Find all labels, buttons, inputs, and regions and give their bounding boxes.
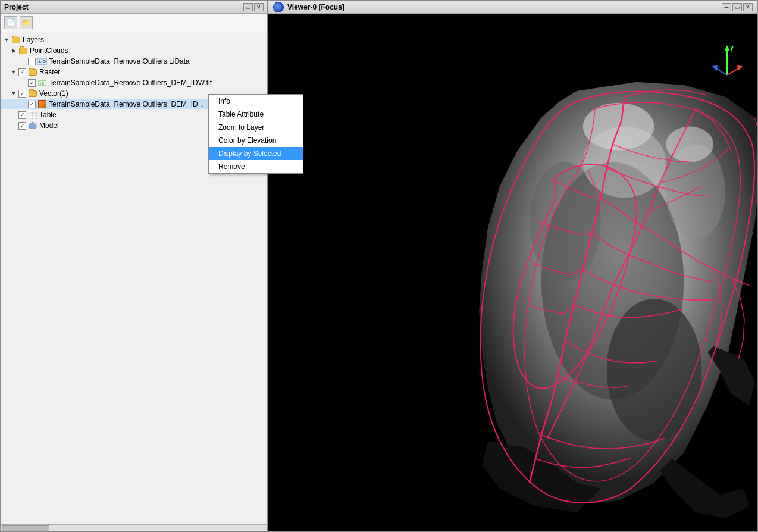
model-icon xyxy=(28,121,37,130)
viewer-window-buttons: ─ ▭ ✕ xyxy=(722,3,753,11)
viewer-content: y xyxy=(268,14,757,531)
vector-folder-icon xyxy=(28,89,37,98)
tree-item-tif[interactable]: ▶ TIF TerrainSampleData_Remove Outliers_… xyxy=(1,77,267,88)
menu-item-info[interactable]: Info xyxy=(209,95,303,108)
check-raster[interactable] xyxy=(18,68,26,76)
project-title: Project xyxy=(4,3,29,11)
svg-text:y: y xyxy=(730,43,734,51)
project-titlebar: Project ▭ ✕ xyxy=(1,1,267,14)
panel-restore-button[interactable]: ▭ xyxy=(243,3,253,11)
lidar-label: TerrainSampleData_Remove Outliers.LiData xyxy=(49,57,190,65)
table-icon xyxy=(28,110,37,120)
menu-item-remove[interactable]: Remove xyxy=(209,160,303,173)
axes-svg: y xyxy=(711,42,744,81)
viewer-title: Viewer-0 [Focus] xyxy=(287,3,344,11)
viewer-title-area: Viewer-0 [Focus] xyxy=(273,2,344,12)
viewer-panel: Viewer-0 [Focus] ─ ▭ ✕ xyxy=(268,0,758,532)
menu-item-zoom-to-layer[interactable]: Zoom to Layer xyxy=(209,121,303,134)
vector-group-label: Vector(1) xyxy=(39,89,68,98)
new-file-icon[interactable]: 📄 xyxy=(4,16,17,29)
tree-item-raster[interactable]: ▼ Raster xyxy=(1,67,267,77)
menu-item-table-attribute[interactable]: Table Attribute xyxy=(209,108,303,121)
viewer-restore-button[interactable]: ▭ xyxy=(732,3,742,11)
terrain-visualization xyxy=(268,14,757,531)
project-panel: Project ▭ ✕ 📄 📁 ▼ Layers ▶ PointClouds ▶… xyxy=(0,0,268,532)
folder-icon xyxy=(11,35,21,45)
svg-point-18 xyxy=(666,127,713,162)
toggle-layers[interactable]: ▼ xyxy=(3,36,10,43)
tree-item-lidar[interactable]: ▶ LiD TerrainSampleData_Remove Outliers.… xyxy=(1,56,267,67)
check-model[interactable] xyxy=(18,122,26,130)
toggle-vector[interactable]: ▼ xyxy=(10,90,17,97)
pointclouds-label: PointClouds xyxy=(30,46,68,55)
scrollbar-thumb[interactable] xyxy=(2,525,49,531)
project-toolbar: 📄 📁 xyxy=(1,14,267,32)
viewer-close-button[interactable]: ✕ xyxy=(743,3,753,11)
toggle-pointclouds[interactable]: ▶ xyxy=(10,47,17,54)
table-label: Table xyxy=(39,111,57,119)
tif-file-icon: TIF xyxy=(37,78,47,87)
svg-marker-20 xyxy=(725,45,729,51)
svg-point-10 xyxy=(607,299,702,441)
menu-item-display-by-selected[interactable]: Display by Selected xyxy=(209,147,303,160)
check-tif[interactable] xyxy=(28,79,36,87)
check-vector-group[interactable] xyxy=(18,90,26,98)
vector-file-icon xyxy=(37,99,47,109)
lidar-file-icon: LiD xyxy=(37,57,47,66)
pointclouds-folder-icon xyxy=(18,46,28,55)
vector-file-label: TerrainSampleData_Remove Outliers_DEM_ID… xyxy=(49,100,204,108)
viewer-minimize-button[interactable]: ─ xyxy=(722,3,731,11)
tree-item-layers[interactable]: ▼ Layers xyxy=(1,35,267,45)
tif-label: TerrainSampleData_Remove Outliers_DEM_ID… xyxy=(49,79,212,87)
open-folder-icon[interactable]: 📁 xyxy=(20,16,33,29)
raster-label: Raster xyxy=(39,68,60,76)
panel-close-button[interactable]: ✕ xyxy=(254,3,264,11)
layers-label: Layers xyxy=(23,36,44,44)
check-vector-file[interactable] xyxy=(28,101,36,108)
context-menu: Info Table Attribute Zoom to Layer Color… xyxy=(208,94,303,174)
viewer-logo xyxy=(273,2,284,12)
check-lidar[interactable] xyxy=(28,58,36,65)
horizontal-scrollbar[interactable] xyxy=(1,524,267,531)
check-table[interactable] xyxy=(18,111,26,119)
model-label: Model xyxy=(39,121,59,130)
menu-item-color-by-elevation[interactable]: Color by Elevation xyxy=(209,134,303,147)
panel-window-buttons: ▭ ✕ xyxy=(243,3,264,11)
axes-indicator: y xyxy=(711,42,741,78)
tree-item-pointclouds[interactable]: ▶ PointClouds xyxy=(1,45,267,56)
viewer-titlebar: Viewer-0 [Focus] ─ ▭ ✕ xyxy=(268,1,757,14)
raster-folder-icon xyxy=(28,67,37,77)
toggle-raster[interactable]: ▼ xyxy=(10,68,17,76)
